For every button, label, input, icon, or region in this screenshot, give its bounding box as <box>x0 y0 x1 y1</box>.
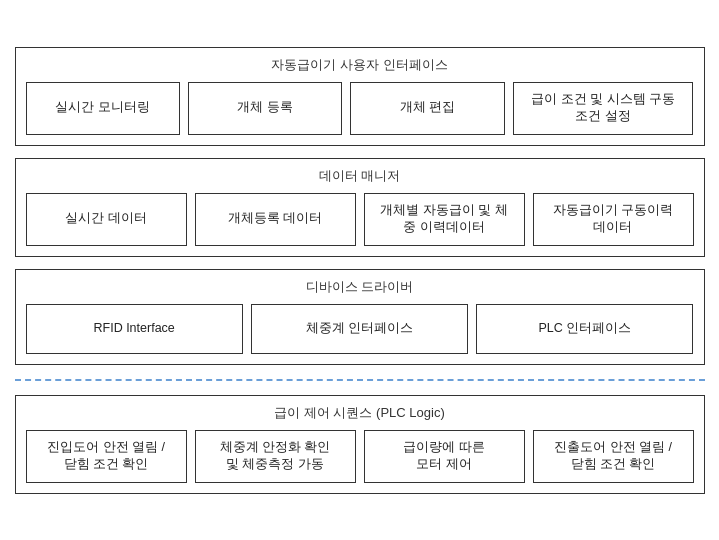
box-individual-history: 개체별 자동급이 및 체중 이력데이터 <box>364 193 525 246</box>
box-operation-history: 자동급이기 구동이력데이터 <box>533 193 694 246</box>
box-entry-door: 진입도어 안전 열림 /닫힘 조건 확인 <box>26 430 187 483</box>
device-driver-boxes: RFID Interface 체중계 인터페이스 PLC 인터페이스 <box>26 304 694 354</box>
plc-logic-section: 급이 제어 시퀀스 (PLC Logic) 진입도어 안전 열림 /닫힘 조건 … <box>15 395 705 494</box>
architecture-diagram: 자동급이기 사용자 인터페이스 실시간 모니터링 개체 등록 개체 편집 급이 … <box>15 47 705 494</box>
box-feeding-conditions: 급이 조건 및 시스템 구동조건 설정 <box>513 82 694 135</box>
box-entity-register: 개체 등록 <box>188 82 342 135</box>
box-rfid-interface: RFID Interface <box>26 304 243 354</box>
device-driver-title: 디바이스 드라이버 <box>26 278 694 296</box>
box-scale-interface: 체중계 인터페이스 <box>251 304 468 354</box>
data-manager-boxes: 실시간 데이터 개체등록 데이터 개체별 자동급이 및 체중 이력데이터 자동급… <box>26 193 694 246</box>
data-manager-section: 데이터 매니저 실시간 데이터 개체등록 데이터 개체별 자동급이 및 체중 이… <box>15 158 705 257</box>
plc-logic-boxes: 진입도어 안전 열림 /닫힘 조건 확인 체중계 안정화 확인및 체중측정 가동… <box>26 430 694 483</box>
box-exit-door: 진출도어 안전 열림 /닫힘 조건 확인 <box>533 430 694 483</box>
box-scale-stabilize: 체중계 안정화 확인및 체중측정 가동 <box>195 430 356 483</box>
box-motor-control: 급이량에 따른모터 제어 <box>364 430 525 483</box>
box-plc-interface: PLC 인터페이스 <box>476 304 693 354</box>
box-realtime-monitoring: 실시간 모니터링 <box>26 82 180 135</box>
data-manager-title: 데이터 매니저 <box>26 167 694 185</box>
user-interface-title: 자동급이기 사용자 인터페이스 <box>26 56 694 74</box>
box-entity-data: 개체등록 데이터 <box>195 193 356 246</box>
dashed-divider <box>15 379 705 381</box>
user-interface-boxes: 실시간 모니터링 개체 등록 개체 편집 급이 조건 및 시스템 구동조건 설정 <box>26 82 694 135</box>
box-entity-edit: 개체 편집 <box>350 82 504 135</box>
plc-logic-title: 급이 제어 시퀀스 (PLC Logic) <box>26 404 694 422</box>
box-realtime-data: 실시간 데이터 <box>26 193 187 246</box>
user-interface-section: 자동급이기 사용자 인터페이스 실시간 모니터링 개체 등록 개체 편집 급이 … <box>15 47 705 146</box>
device-driver-section: 디바이스 드라이버 RFID Interface 체중계 인터페이스 PLC 인… <box>15 269 705 365</box>
